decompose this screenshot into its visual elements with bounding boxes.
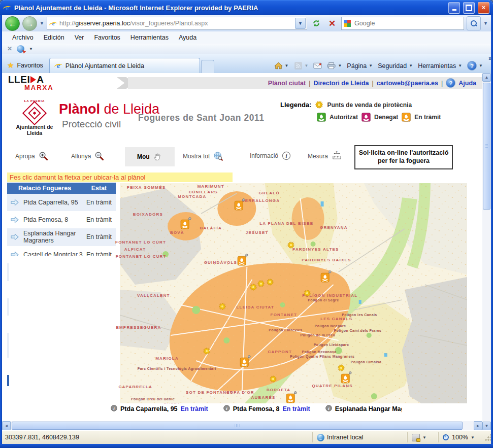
bonfire-marker-icon[interactable] bbox=[240, 355, 250, 368]
tab-favicon: e bbox=[55, 62, 62, 70]
bonfire-status: En tràmit bbox=[84, 215, 116, 225]
close-button[interactable]: × bbox=[478, 2, 489, 14]
tool-mesura[interactable]: Mesura2 bbox=[308, 151, 342, 161]
bonfire-marker-icon[interactable] bbox=[234, 198, 244, 211]
forward-button[interactable]: → bbox=[22, 16, 37, 31]
back-button[interactable]: ← bbox=[5, 16, 20, 31]
addon-chevron-icon[interactable]: ▼ bbox=[29, 47, 33, 51]
tool-informacio[interactable]: Informaciói bbox=[250, 151, 291, 160]
bonfire-marker-icon[interactable] bbox=[180, 217, 191, 230]
vertical-scrollbar[interactable]: ▲ ▼ bbox=[482, 73, 491, 430]
history-chevron-icon[interactable]: ▼ bbox=[40, 21, 44, 26]
pyrotechnics-marker-icon[interactable] bbox=[287, 242, 294, 249]
tool-mou[interactable]: Mou bbox=[125, 147, 175, 166]
search-box[interactable] bbox=[341, 17, 464, 30]
stop-button[interactable]: ✕ bbox=[325, 17, 339, 30]
footer-bonfire-name: Ptda Caparrella, 95 bbox=[120, 405, 178, 412]
minimize-button[interactable] bbox=[448, 2, 460, 14]
request-authorization-button[interactable]: Sol·licita on-line l'autorització per fe… bbox=[354, 145, 453, 169]
pyrotechnics-marker-icon[interactable] bbox=[338, 364, 345, 371]
pyrotechnics-marker-icon[interactable] bbox=[250, 283, 257, 291]
new-tab-button[interactable] bbox=[201, 60, 214, 73]
tool-allunya[interactable]: Allunya bbox=[71, 151, 104, 161]
bonfire-marker-icon[interactable] bbox=[320, 270, 331, 283]
scroll-left-button[interactable]: ◄ bbox=[2, 421, 11, 430]
scroll-right-button[interactable]: ► bbox=[474, 421, 482, 430]
menu-ver[interactable]: Ver bbox=[70, 32, 89, 43]
tool-info-icon: i bbox=[282, 151, 291, 160]
home-button[interactable]: ▼ bbox=[274, 62, 289, 70]
site-header: LA PAERIA Ajuntament de Lleida Plànol de… bbox=[2, 96, 482, 145]
rss-button[interactable]: ▼ bbox=[294, 62, 309, 70]
zoom-control[interactable]: 100% ▼ bbox=[438, 432, 484, 442]
tool-label: Apropa bbox=[15, 153, 35, 160]
refresh-button[interactable] bbox=[310, 17, 323, 30]
menu-ayuda[interactable]: Ayuda bbox=[174, 32, 202, 43]
tool-label: Allunya bbox=[71, 153, 91, 160]
command-seguridad[interactable]: Seguridad▼ bbox=[378, 62, 413, 70]
bonfire-name: Ptda Caparrella, 95 bbox=[22, 197, 84, 208]
url-text[interactable]: http://gisserver.paeria.loc/visor_foguer… bbox=[59, 20, 293, 27]
pyrotechnics-marker-icon[interactable] bbox=[303, 289, 311, 297]
tool-label: Mostra tot bbox=[183, 153, 210, 160]
tool-apropa[interactable]: Apropa bbox=[15, 151, 48, 161]
pyrotechnics-marker-icon[interactable] bbox=[203, 347, 211, 355]
title-bar[interactable]: e Plànol Ajuntament de Lleida - Microsof… bbox=[0, 0, 493, 15]
link-ajuda[interactable]: Ajuda bbox=[458, 80, 476, 87]
info-icon: i bbox=[111, 404, 117, 413]
menu-bar: ArchivoEdiciónVerFavoritosHerramientasAy… bbox=[2, 31, 491, 44]
search-input[interactable] bbox=[353, 19, 462, 27]
scroll-down-button[interactable]: ▼ bbox=[482, 422, 491, 430]
horizontal-scroll-thumb[interactable] bbox=[12, 422, 463, 430]
favorites-label: Favoritos bbox=[17, 62, 43, 69]
bonfire-status: En tràmit bbox=[84, 197, 116, 208]
print-button[interactable]: ▼ bbox=[327, 62, 342, 70]
tab-planol[interactable]: e Plànol Ajuntament de Lleida bbox=[49, 58, 200, 73]
favorites-button[interactable]: ★ Favoritos bbox=[2, 58, 49, 73]
command-pagina[interactable]: Página▼ bbox=[347, 62, 373, 70]
chevron-down-icon: ▼ bbox=[409, 63, 413, 68]
pyrotechnics-marker-icon[interactable] bbox=[219, 303, 226, 311]
search-options-chevron-icon[interactable]: ▼ bbox=[483, 21, 488, 26]
link-directori-de-lleida[interactable]: Directori de Lleida bbox=[313, 80, 369, 87]
locate-arrow-icon[interactable] bbox=[7, 216, 22, 223]
map-viewport[interactable]: PEIXA-SOMMÉSMARIMUNTCUNILLARSMONTCADAGRE… bbox=[120, 183, 467, 412]
bonfire-marker-icon[interactable] bbox=[340, 371, 351, 384]
search-button[interactable] bbox=[467, 16, 481, 30]
link-cartoweb-paeria-es[interactable]: cartoweb@paeria.es bbox=[377, 80, 438, 87]
locate-arrow-icon[interactable] bbox=[7, 199, 22, 206]
vertical-scroll-thumb[interactable] bbox=[483, 83, 490, 210]
locate-arrow-icon[interactable] bbox=[7, 233, 22, 240]
scroll-up-button[interactable]: ▲ bbox=[482, 73, 491, 82]
table-row[interactable]: Ptda Caparrella, 95En tràmit bbox=[7, 194, 116, 211]
mail-button[interactable] bbox=[313, 62, 322, 70]
address-field[interactable]: e http://gisserver.paeria.loc/visor_fogu… bbox=[47, 17, 307, 30]
separator: | bbox=[309, 80, 310, 87]
tool-mostra-tot[interactable]: Mostra tot bbox=[183, 151, 223, 161]
horizontal-scrollbar[interactable]: ◄ ► bbox=[2, 421, 482, 430]
menu-herramientas[interactable]: Herramientas bbox=[125, 32, 174, 43]
bonfire-marker-icon[interactable] bbox=[285, 391, 296, 404]
help-icon[interactable] bbox=[446, 78, 455, 88]
menu-edicion[interactable]: Edición bbox=[39, 32, 70, 43]
legend-en-tramit-label: En tràmit bbox=[414, 114, 441, 121]
table-row[interactable]: Esplanada Hangar MagranersEn tràmit bbox=[7, 228, 116, 246]
command-help[interactable]: ▼ bbox=[467, 61, 483, 71]
menu-archivo[interactable]: Archivo bbox=[7, 32, 39, 43]
svg-text:2: 2 bbox=[336, 151, 338, 154]
bonfire-marker-icon[interactable] bbox=[237, 254, 248, 266]
pyrotechnics-marker-icon[interactable] bbox=[267, 278, 274, 286]
addon-icon[interactable] bbox=[17, 45, 24, 53]
link-planol-ciutat[interactable]: Plànol ciutat bbox=[268, 80, 306, 87]
protected-mode-control[interactable]: ▼ bbox=[407, 432, 438, 442]
pyrotechnics-marker-icon[interactable] bbox=[257, 280, 265, 287]
url-dropdown-button[interactable]: ▼ bbox=[295, 18, 306, 29]
close-toolbar-icon[interactable]: ✕ bbox=[7, 46, 12, 52]
menu-favoritos[interactable]: Favoritos bbox=[89, 32, 125, 43]
command-herramientas[interactable]: Herramientas▼ bbox=[418, 62, 462, 70]
maximize-button[interactable] bbox=[463, 2, 475, 14]
pyrotechnics-marker-icon[interactable] bbox=[269, 375, 277, 383]
protected-mode-icon bbox=[412, 434, 420, 441]
help-icon bbox=[467, 61, 477, 71]
table-row[interactable]: Ptda Femosa, 8En tràmit bbox=[7, 211, 116, 228]
